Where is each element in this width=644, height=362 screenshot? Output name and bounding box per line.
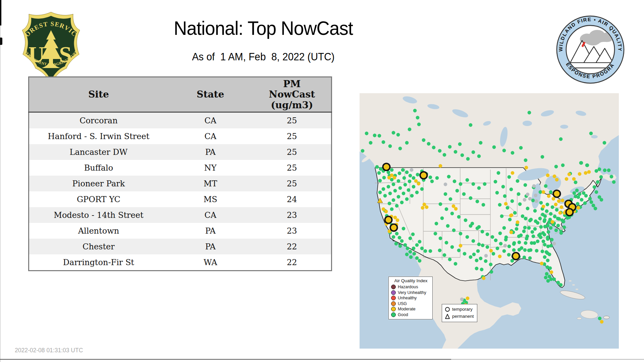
monitor-dot-moderate [459, 244, 463, 248]
legend-label: Good [398, 312, 408, 317]
monitor-dot-good [533, 209, 537, 213]
legend-item: USG [391, 301, 431, 307]
monitor-dot-good [529, 218, 533, 222]
monitor-dot-moderate [384, 210, 388, 214]
monitor-dot-good [610, 175, 613, 179]
monitor-dot-good [392, 183, 395, 186]
monitor-dot-good [481, 244, 485, 247]
pm-cell: 25 [253, 112, 332, 129]
state-cell: PA [168, 144, 253, 160]
monitor-dot-good [409, 250, 412, 254]
monitor-dot-good [511, 151, 515, 155]
monitor-dot-good [466, 178, 469, 182]
monitor-dot-good [544, 184, 548, 188]
monitor-dot-good [553, 215, 557, 219]
monitor-dot-good [392, 131, 395, 135]
monitor-dot-good [469, 196, 473, 200]
monitor-dot-moderate [511, 171, 515, 175]
monitor-dot-good [454, 262, 458, 266]
monitor-dot-good [542, 240, 545, 243]
legend-item: Hazardous [391, 284, 431, 290]
monitor-dot-good [446, 224, 450, 228]
aqi-legend-title: Air Quality Index [391, 278, 431, 283]
monitor-dot-good [445, 207, 448, 211]
site-cell: Modesto - 14th Street [29, 207, 168, 223]
temporary-circle-icon [445, 306, 450, 312]
legend-item: Moderate [391, 306, 431, 312]
monitor-dot-good [458, 142, 462, 146]
monitor-dot-good [412, 247, 416, 250]
monitor-dot-good [388, 202, 391, 205]
monitor-dot-good [382, 140, 385, 144]
monitor-dot-moderate [587, 170, 591, 174]
monitor-dot-good [590, 200, 593, 204]
monitor-dot-good [430, 180, 434, 183]
monitor-dot-no_data [523, 198, 527, 202]
monitor-dot-good [603, 169, 607, 172]
monitor-dot-good [398, 147, 402, 150]
monitor-dot-good [536, 240, 540, 243]
monitor-dot-good [523, 248, 527, 252]
monitor-dot-good [394, 242, 398, 246]
monitor-dot-good [546, 203, 549, 206]
monitor-dot-good [575, 189, 579, 192]
monitor-dot-good [507, 175, 511, 179]
monitor-dot-good [361, 149, 365, 153]
monitor-dot-no_data [444, 183, 447, 186]
monitor-dot-good [479, 257, 483, 260]
monitor-dot-good [469, 255, 473, 259]
monitor-dot-moderate [558, 211, 562, 215]
monitor-dot-good [402, 192, 406, 195]
legend-item: Unhealthy [391, 295, 431, 301]
aqi-legend-items: HazardousVery UnhealthyUnhealthyUSGModer… [391, 284, 431, 317]
monitor-dot-good [526, 235, 529, 238]
monitor-dot-good [549, 212, 553, 216]
page: { "header": { "title": "National: Top No… [0, 0, 644, 362]
monitor-dot-good [409, 255, 413, 259]
monitor-dot-good [497, 171, 500, 175]
screen-edge-mark [0, 38, 2, 45]
monitor-dot-good [548, 253, 551, 256]
monitor-dot-good [574, 181, 578, 184]
monitor-dot-moderate [553, 175, 556, 178]
legend-color-swatch [391, 312, 396, 317]
monitor-dot-good [513, 211, 517, 215]
pm-cell: 22 [253, 239, 332, 254]
table-row: Lancaster DWPA25 [29, 144, 332, 160]
monitor-dot-good [559, 137, 563, 141]
legend-item: Good [391, 312, 431, 318]
monitor-dot-good [400, 239, 404, 243]
legend-label-temporary: temporary [452, 307, 473, 312]
monitor-dot-good [592, 204, 595, 207]
wfaqrp-logo: WILDLAND FIRE • AIR QUALITY RESPONSE PRO… [555, 15, 625, 84]
pm-cell: 25 [253, 128, 332, 144]
monitor-dot-good [415, 191, 419, 194]
monitor-dot-moderate [425, 205, 429, 209]
monitor-dot-good [494, 180, 497, 184]
monitor-dot-good [547, 230, 550, 234]
monitor-dot-good [530, 241, 534, 245]
top-site-marker [566, 209, 573, 216]
monitor-dot-good [472, 253, 476, 256]
monitor-dot-good [519, 234, 523, 237]
monitor-dot-good [492, 252, 495, 256]
monitor-dot-good [422, 138, 426, 142]
monitor-dot-good [508, 218, 512, 222]
monitor-dot-good [516, 179, 520, 183]
monitor-dot-good [528, 111, 531, 115]
monitor-dot-good [418, 259, 422, 263]
monitor-dot-good [407, 188, 411, 192]
monitor-dot-good [529, 248, 533, 252]
monitor-dot-good [472, 182, 475, 186]
monitor-dot-good [539, 225, 543, 229]
monitor-dot-good [511, 199, 514, 203]
monitor-dot-good [543, 255, 547, 259]
monitor-dot-good [486, 233, 489, 236]
monitor-dot-good [387, 185, 390, 189]
table-row: Hanford - S. Irwin StreetCA25 [29, 128, 332, 144]
monitor-dot-good [548, 266, 552, 270]
monitor-dot-moderate [550, 270, 553, 274]
monitor-dot-moderate [557, 199, 561, 203]
monitor-dot-good [453, 180, 457, 183]
monitor-dot-good [412, 185, 416, 189]
